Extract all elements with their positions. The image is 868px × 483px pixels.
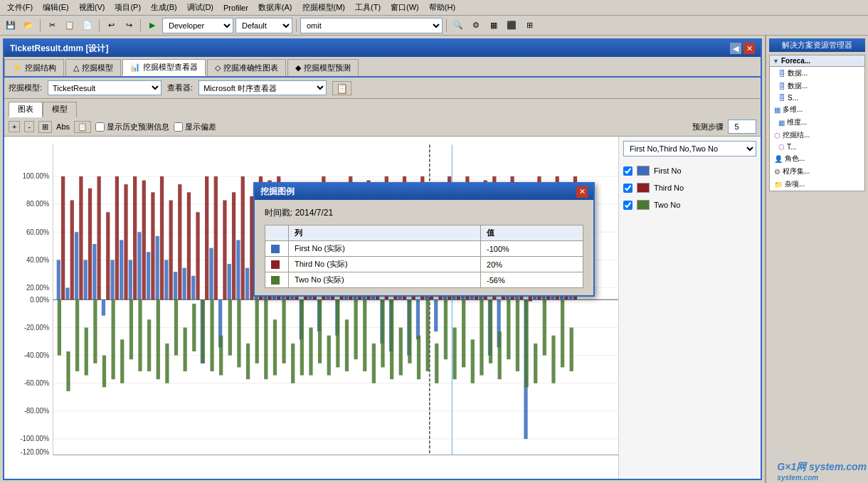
toolbar-btn-6[interactable]: ▦: [486, 18, 502, 33]
svg-text:80.00%: 80.00%: [26, 200, 49, 208]
popup-value-first: -100%: [481, 241, 583, 257]
copy-button[interactable]: 📋: [332, 81, 351, 95]
svg-rect-167: [300, 299, 304, 375]
svg-rect-194: [543, 299, 546, 355]
popup-content: 时间戳: 2014/7/21 列 值 First No: [255, 200, 593, 295]
panel-title-bar: TicketResult.dmm [设计] ◀ ✕: [4, 40, 761, 57]
developer-dropdown[interactable]: Developer: [162, 18, 233, 33]
popup-row-third: Third No (实际) 20%: [265, 257, 583, 272]
svg-rect-35: [156, 236, 159, 299]
toolbar-btn-search[interactable]: 🔍: [450, 18, 466, 33]
popup-col-color: [265, 225, 289, 241]
legend-checkbox-two[interactable]: [623, 201, 633, 210]
abs-copy-button[interactable]: 📋: [74, 121, 91, 133]
svg-text:40.00%: 40.00%: [26, 255, 49, 263]
sidebar-item-data1[interactable]: 🗄 数据...: [770, 67, 864, 80]
popup-close-button[interactable]: ✕: [576, 186, 588, 198]
sidebar-data1-label: 数据...: [788, 68, 808, 78]
toolbar-btn-undo[interactable]: ↩: [103, 18, 119, 33]
menu-item-build[interactable]: 生成(B): [147, 1, 181, 14]
legend-dropdown[interactable]: First No,Third No,Two No: [623, 141, 756, 156]
tab-model-predict[interactable]: ◆ 挖掘模型预测: [287, 59, 359, 76]
sidebar-item-dimension[interactable]: ▦ 维度...: [770, 116, 864, 129]
panel-pin-button[interactable]: ◀: [730, 43, 741, 54]
menu-item-database[interactable]: 数据库(A): [254, 1, 297, 14]
menu-item-edit[interactable]: 编辑(E): [38, 1, 73, 14]
default-dropdown[interactable]: Default: [235, 18, 292, 33]
zoom-out-button[interactable]: -: [24, 121, 34, 132]
show-hist-checkbox[interactable]: [95, 122, 105, 132]
toolbar-btn-5[interactable]: ⚙: [468, 18, 484, 33]
svg-rect-28: [92, 244, 96, 299]
svg-rect-177: [390, 299, 393, 379]
tab-accuracy-chart[interactable]: ◇ 挖掘准确性图表: [207, 59, 286, 76]
menu-item-project[interactable]: 项目(P): [110, 1, 145, 14]
sub-tab-chart[interactable]: 图表: [9, 102, 43, 117]
menu-item-mining[interactable]: 挖掘模型(M): [298, 1, 350, 14]
legend-label-third: Third No: [654, 184, 684, 192]
tab-model-viewer[interactable]: 📊 挖掘模型查看器: [122, 59, 206, 76]
sidebar-item-multidim[interactable]: ▦ 多维...: [770, 103, 864, 116]
tab-mining-structure[interactable]: ⚡ 挖掘结构: [4, 59, 64, 76]
sidebar-item-s[interactable]: 🗄 S...: [770, 92, 864, 103]
legend-label-two: Two No: [654, 201, 680, 209]
svg-text:20.00%: 20.00%: [26, 284, 49, 292]
svg-rect-92: [151, 192, 154, 299]
legend-checkbox-third[interactable]: [623, 184, 633, 193]
tab-icon-model: △: [73, 63, 79, 73]
svg-rect-186: [471, 339, 475, 383]
sidebar-title: 解决方案资源管理器: [769, 38, 865, 52]
toolbar-btn-1[interactable]: 💾: [3, 18, 18, 33]
sidebar-item-misc[interactable]: 📁 杂项...: [770, 178, 864, 191]
sidebar-item-t[interactable]: ⬡ T...: [770, 142, 864, 152]
svg-text:-120.00%: -120.00%: [21, 448, 50, 456]
toolbar-btn-redo[interactable]: ↪: [121, 18, 137, 33]
menu-item-profiler[interactable]: Profiler: [219, 2, 253, 14]
toolbar-sep-2: [99, 19, 100, 32]
svg-rect-82: [61, 176, 65, 299]
toolbar-btn-play[interactable]: ▶: [144, 18, 160, 33]
menu-item-tools[interactable]: 工具(T): [351, 1, 385, 14]
model-select[interactable]: TicketResult: [48, 80, 162, 95]
toolbar-btn-8[interactable]: ⊞: [522, 18, 537, 33]
panel-close-button[interactable]: ✕: [743, 43, 755, 54]
predict-steps-input[interactable]: [728, 120, 756, 134]
sidebar-item-mining-struct[interactable]: ⬡ 挖掘结...: [770, 129, 864, 142]
svg-rect-169: [318, 299, 322, 363]
ref-label: 查看器:: [167, 83, 193, 93]
popup-label-third: Third No (实际): [289, 257, 481, 272]
svg-rect-88: [115, 176, 119, 299]
zoom-in-button[interactable]: +: [9, 121, 20, 132]
toolbar-btn-7[interactable]: ⬛: [504, 18, 519, 33]
legend-color-third: [637, 183, 650, 193]
svg-rect-95: [178, 184, 181, 299]
show-diff-checkbox[interactable]: [174, 122, 183, 132]
toolbar-btn-paste[interactable]: 📄: [80, 18, 95, 33]
toolbar-btn-copy[interactable]: 📋: [62, 18, 78, 33]
toolbar-btn-2[interactable]: 📂: [21, 18, 36, 33]
svg-rect-185: [462, 299, 465, 367]
sub-tab-bar: 图表 模型: [4, 99, 761, 117]
sidebar-item-icon-misc: 📁: [774, 181, 783, 189]
sidebar-item-assembly[interactable]: ⚙ 程序集...: [770, 165, 864, 178]
sidebar-item-role[interactable]: 👤 角色...: [770, 152, 864, 165]
menu-item-window[interactable]: 窗口(W): [386, 1, 423, 14]
legend-item-two: Two No: [623, 198, 756, 212]
svg-rect-148: [129, 299, 133, 359]
menu-item-debug[interactable]: 调试(D): [183, 1, 218, 14]
svg-text:-80.00%: -80.00%: [24, 407, 50, 415]
watermark: G×1网 system.com system.com: [777, 461, 867, 482]
fit-button[interactable]: ⊞: [38, 121, 52, 133]
omit-dropdown[interactable]: omit: [300, 18, 443, 33]
svg-text:-60.00%: -60.00%: [24, 379, 50, 387]
toolbar-btn-cut[interactable]: ✂: [44, 18, 60, 33]
tab-mining-model[interactable]: △ 挖掘模型: [65, 59, 121, 76]
svg-rect-144: [93, 299, 97, 363]
menu-item-help[interactable]: 帮助(H): [425, 1, 460, 14]
menu-item-file[interactable]: 文件(F): [3, 1, 37, 14]
legend-checkbox-first[interactable]: [623, 166, 633, 176]
sidebar-item-data2[interactable]: 🗄 数据...: [770, 80, 864, 92]
menu-item-view[interactable]: 视图(V): [75, 1, 110, 14]
sub-tab-model[interactable]: 模型: [43, 102, 77, 117]
ref-select[interactable]: Microsoft 时序查看器: [199, 80, 327, 95]
